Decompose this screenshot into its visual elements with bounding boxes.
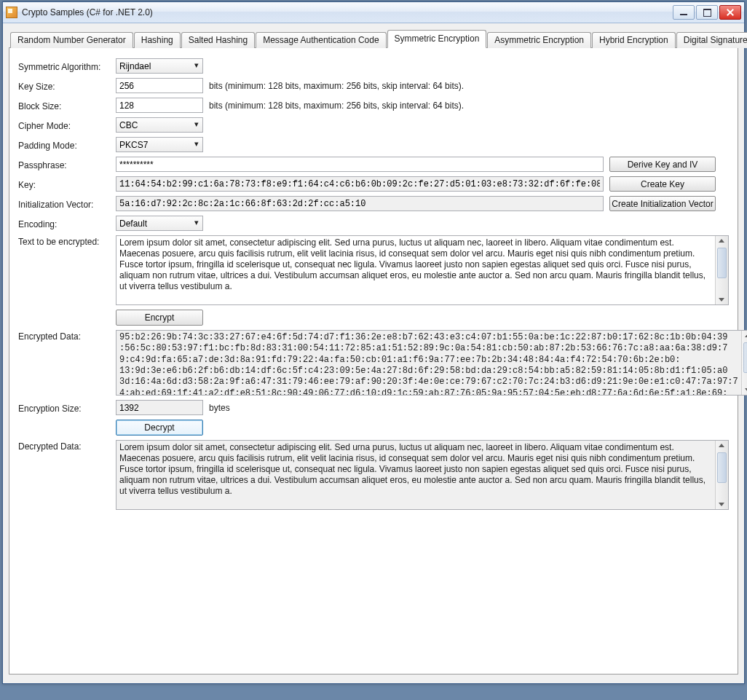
tab-strip: Random Number Generator Hashing Salted H… (9, 29, 738, 48)
button-encrypt[interactable]: Encrypt (116, 310, 203, 326)
label-key: Key: (18, 178, 110, 190)
maximize-button[interactable] (696, 5, 718, 20)
combo-sym-algo-value: Rijndael (119, 61, 151, 71)
label-text-to-encrypt: Text to be encrypted: (18, 235, 110, 247)
label-key-size: Key Size: (18, 80, 110, 92)
titlebar[interactable]: Crypto Samples (C# for .NET 2.0) (3, 2, 744, 23)
output-encryption-size[interactable] (116, 400, 203, 415)
tab-hybrid[interactable]: Hybrid Encryption (592, 32, 676, 48)
input-block-size[interactable] (116, 98, 203, 113)
tab-mac[interactable]: Message Authentication Code (256, 32, 386, 48)
client-area: Random Number Generator Hashing Salted H… (3, 23, 744, 683)
button-derive-key-iv[interactable]: Derive Key and IV (609, 157, 716, 172)
label-encrypted-data: Encrypted Data: (18, 330, 110, 342)
hint-encryption-size: bytes (209, 403, 230, 413)
combo-sym-algo[interactable]: Rijndael (116, 58, 203, 74)
tab-hashing[interactable]: Hashing (134, 32, 181, 48)
app-window: Crypto Samples (C# for .NET 2.0) Random … (2, 1, 745, 684)
tabpage-symmetric: Symmetric Algorithm: Rijndael Key Size: … (9, 48, 738, 675)
window-title: Crypto Samples (C# for .NET 2.0) (22, 7, 673, 17)
textarea-decrypted[interactable]: Lorem ipsum dolor sit amet, consectetur … (116, 440, 729, 510)
label-decrypted-data: Decrypted Data: (18, 440, 110, 452)
combo-cipher-mode-value: CBC (119, 120, 138, 130)
scrollbar-plaintext[interactable] (715, 236, 728, 304)
combo-encoding[interactable]: Default (116, 216, 203, 231)
minimize-button[interactable] (673, 5, 695, 20)
label-iv: Initialization Vector: (18, 198, 110, 210)
label-sym-algo: Symmetric Algorithm: (18, 60, 110, 72)
app-icon (6, 7, 17, 18)
label-block-size: Block Size: (18, 100, 110, 111)
input-passphrase[interactable] (116, 157, 604, 172)
textarea-encrypted-content: 95:b2:26:9b:74:3c:33:27:67:e4:6f:5d:74:d… (116, 331, 741, 395)
label-encoding: Encoding: (18, 218, 110, 229)
textarea-decrypted-content: Lorem ipsum dolor sit amet, consectetur … (116, 441, 715, 509)
scrollbar-decrypted[interactable] (715, 441, 728, 509)
tab-salted-hashing[interactable]: Salted Hashing (181, 32, 255, 48)
close-button[interactable] (719, 5, 741, 20)
combo-cipher-mode[interactable]: CBC (116, 117, 203, 133)
button-create-iv[interactable]: Create Initialization Vector (609, 196, 716, 211)
textarea-plaintext[interactable]: Lorem ipsum dolor sit amet, consectetur … (116, 235, 729, 305)
tab-signature[interactable]: Digital Signature (676, 32, 747, 48)
label-passphrase: Passphrase: (18, 159, 110, 170)
textarea-plaintext-content: Lorem ipsum dolor sit amet, consectetur … (116, 236, 715, 304)
combo-padding-mode[interactable]: PKCS7 (116, 137, 203, 152)
hint-key-size: bits (minimum: 128 bits, maximum: 256 bi… (209, 81, 464, 91)
tab-symmetric[interactable]: Symmetric Encryption (387, 30, 487, 48)
tab-rng[interactable]: Random Number Generator (10, 32, 133, 48)
tab-asymmetric[interactable]: Asymmetric Encryption (487, 32, 591, 48)
textarea-encrypted[interactable]: 95:b2:26:9b:74:3c:33:27:67:e4:6f:5d:74:d… (116, 330, 747, 396)
label-encryption-size: Encryption Size: (18, 402, 110, 414)
output-key[interactable] (116, 176, 604, 192)
input-key-size[interactable] (116, 78, 203, 93)
button-create-key[interactable]: Create Key (609, 176, 716, 192)
output-iv[interactable] (116, 196, 604, 211)
scrollbar-encrypted[interactable] (741, 331, 747, 395)
combo-encoding-value: Default (119, 219, 147, 229)
label-padding-mode: Padding Mode: (18, 139, 110, 151)
window-buttons (673, 5, 741, 20)
combo-padding-mode-value: PKCS7 (119, 140, 148, 150)
hint-block-size: bits (minimum: 128 bits, maximum: 256 bi… (209, 101, 464, 111)
button-decrypt[interactable]: Decrypt (116, 420, 203, 436)
label-cipher-mode: Cipher Mode: (18, 119, 110, 131)
